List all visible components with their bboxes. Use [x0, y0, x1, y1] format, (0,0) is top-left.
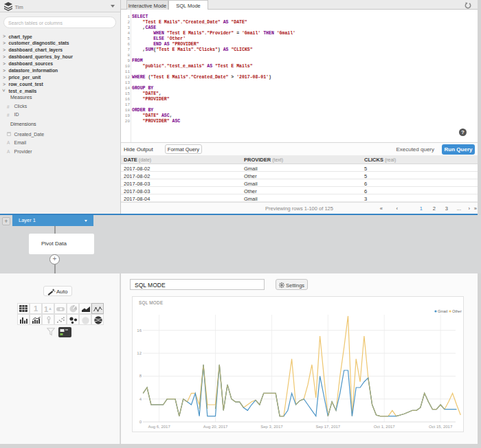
svg-text:16: 16 — [137, 328, 142, 333]
svg-text:4: 4 — [139, 397, 142, 401]
svg-text:8: 8 — [139, 374, 142, 378]
svg-text:Other: Other — [452, 309, 462, 313]
svg-text:Aug 20, 2017: Aug 20, 2017 — [203, 425, 228, 429]
svg-text:Sep 17, 2017: Sep 17, 2017 — [315, 425, 340, 429]
svg-text:0: 0 — [139, 420, 142, 424]
svg-text:Gmail: Gmail — [438, 309, 447, 313]
svg-text:Aug 6, 2017: Aug 6, 2017 — [148, 425, 170, 429]
svg-text:12: 12 — [137, 351, 142, 355]
svg-text:Sep 3, 2017: Sep 3, 2017 — [260, 425, 283, 429]
svg-text:Oct 1, 2017: Oct 1, 2017 — [374, 425, 396, 429]
svg-text:Oct 15, 2017: Oct 15, 2017 — [429, 425, 453, 429]
